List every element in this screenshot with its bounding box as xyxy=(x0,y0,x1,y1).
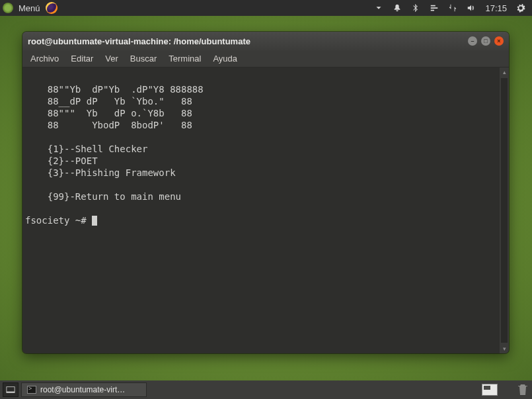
taskbar-item-terminal[interactable]: root@ubuntumate-virt… xyxy=(21,382,147,397)
trash-icon[interactable] xyxy=(516,382,529,397)
bottom-panel: root@ubuntumate-virt… xyxy=(0,380,532,399)
bluetooth-icon[interactable] xyxy=(411,3,420,13)
menu-ver[interactable]: Ver xyxy=(100,52,124,66)
workspace-switcher[interactable] xyxy=(482,384,498,396)
scroll-track[interactable] xyxy=(501,78,508,343)
scroll-up-icon[interactable]: ▴ xyxy=(500,67,509,77)
show-desktop-icon xyxy=(6,385,15,394)
volume-icon[interactable] xyxy=(467,3,476,13)
menu-buscar[interactable]: Buscar xyxy=(125,52,162,66)
taskbar-item-label: root@ubuntumate-virt… xyxy=(40,385,125,394)
distro-logo-icon[interactable] xyxy=(3,3,13,13)
terminal-icon xyxy=(27,386,36,394)
terminal-content[interactable]: 88""Yb dP"Yb .dP"Y8 888888 88__dP dP Yb … xyxy=(22,67,500,353)
window-titlebar[interactable]: root@ubuntumate-virtual-machine: /home/u… xyxy=(22,32,509,50)
menu-ayuda[interactable]: Ayuda xyxy=(208,52,243,66)
scroll-down-icon[interactable]: ▾ xyxy=(500,344,509,353)
dropdown-icon[interactable] xyxy=(374,3,383,13)
firefox-icon[interactable] xyxy=(46,2,57,14)
desktop-background: root@ubuntumate-virtual-machine: /home/u… xyxy=(0,16,532,380)
terminal-prompt: fsociety ~# xyxy=(25,215,92,226)
notification-bell-icon[interactable] xyxy=(393,3,402,13)
terminal-cursor xyxy=(92,216,97,226)
network-icon[interactable] xyxy=(448,3,457,13)
menu-editar[interactable]: Editar xyxy=(65,52,98,66)
menu-button[interactable]: Menú xyxy=(19,3,40,13)
show-desktop-button[interactable] xyxy=(3,382,19,397)
scrollbar[interactable]: ▴ ▾ xyxy=(500,67,509,353)
window-title: root@ubuntumate-virtual-machine: /home/u… xyxy=(28,36,250,46)
terminal-window: root@ubuntumate-virtual-machine: /home/u… xyxy=(22,32,509,353)
menu-archivo[interactable]: Archivo xyxy=(25,52,64,66)
svg-rect-1 xyxy=(7,392,15,393)
settings-gear-icon[interactable] xyxy=(516,3,525,13)
indicator-menu-icon[interactable] xyxy=(430,3,439,13)
maximize-button[interactable]: □ xyxy=(481,36,490,46)
clock[interactable]: 17:15 xyxy=(485,3,507,13)
minimize-button[interactable]: – xyxy=(468,36,477,46)
top-panel: Menú 17:15 xyxy=(0,0,532,16)
menu-terminal[interactable]: Terminal xyxy=(163,52,206,66)
close-button[interactable]: × xyxy=(494,36,504,46)
menubar: Archivo Editar Ver Buscar Terminal Ayuda xyxy=(22,50,509,67)
